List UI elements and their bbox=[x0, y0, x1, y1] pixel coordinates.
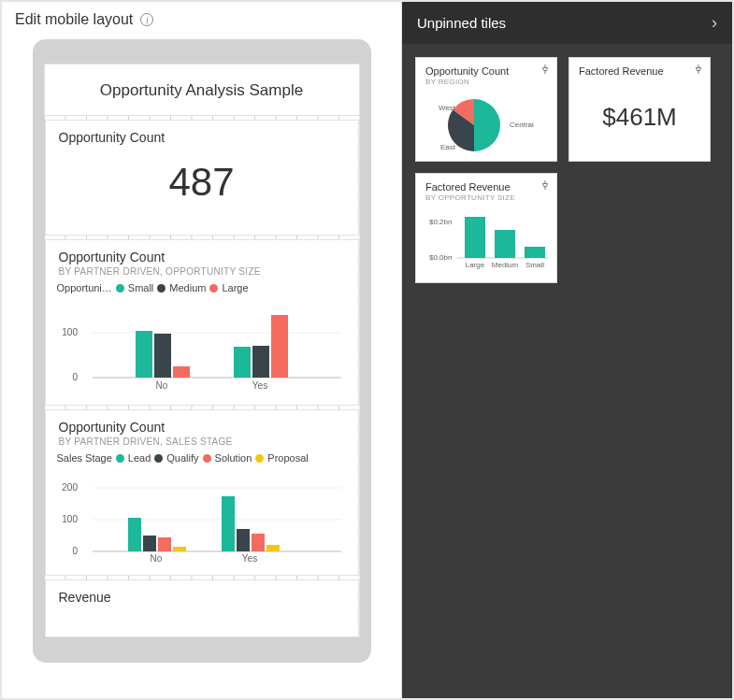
x-tick: No bbox=[150, 553, 162, 564]
pie-chart-svg: West Central East bbox=[425, 86, 549, 157]
svg-rect-4 bbox=[136, 331, 152, 378]
legend-item: Medium bbox=[169, 282, 206, 293]
svg-rect-16 bbox=[128, 518, 141, 551]
phone-screen[interactable]: Opportunity Analysis Sample Opportunity … bbox=[44, 64, 360, 637]
tile-title: Revenue bbox=[59, 590, 345, 605]
unpinned-tile-opportunity-region[interactable]: Opportunity Count BY REGION West Central… bbox=[415, 57, 557, 162]
svg-text:East: East bbox=[440, 143, 456, 151]
dashboard-title-text: Opportunity Analysis Sample bbox=[45, 64, 359, 117]
svg-rect-21 bbox=[237, 529, 250, 551]
legend-item: Solution bbox=[215, 452, 252, 464]
svg-rect-7 bbox=[234, 347, 251, 378]
svg-text:Central: Central bbox=[510, 121, 534, 129]
left-header: Edit mobile layout i bbox=[2, 2, 401, 34]
tile-subtitle: BY PARTNER DRIVEN, OPPORTUNITY SIZE bbox=[59, 266, 345, 277]
legend-item: Proposal bbox=[267, 452, 308, 464]
tile-opportunity-by-partner-size[interactable]: Opportunity Count BY PARTNER DRIVEN, OPP… bbox=[45, 239, 359, 406]
app-root: Edit mobile layout i Opportunity Analysi… bbox=[0, 0, 734, 700]
svg-rect-17 bbox=[143, 536, 156, 551]
tile-subtitle: BY PARTNER DRIVEN, SALES STAGE bbox=[59, 436, 345, 447]
tile-header: Opportunity Count bbox=[46, 121, 358, 147]
chart-svg: 0 100 200 No bbox=[51, 465, 351, 568]
tile-opportunity-by-partner-stage[interactable]: Opportunity Count BY PARTNER DRIVEN, SAL… bbox=[45, 409, 359, 576]
chart-svg: 0 100 No Yes bbox=[51, 295, 351, 398]
tile-subtitle: BY REGION bbox=[425, 78, 547, 86]
tile-title: Factored Revenue bbox=[425, 181, 547, 193]
svg-rect-5 bbox=[154, 334, 171, 378]
legend-item: Small bbox=[128, 282, 154, 293]
svg-rect-32 bbox=[525, 247, 545, 258]
swatch-icon bbox=[157, 284, 166, 293]
svg-text:200: 200 bbox=[62, 482, 78, 493]
x-tick: Yes bbox=[252, 380, 266, 391]
swatch-icon bbox=[203, 454, 211, 463]
svg-rect-6 bbox=[173, 366, 190, 378]
svg-rect-31 bbox=[495, 230, 515, 258]
tile-title: Opportunity Count bbox=[425, 65, 547, 77]
tile-title: Opportunity Count bbox=[59, 420, 345, 435]
opportunity-count-value: 487 bbox=[46, 147, 358, 225]
svg-text:100: 100 bbox=[62, 514, 78, 524]
mobile-layout-panel: Edit mobile layout i Opportunity Analysi… bbox=[2, 2, 402, 698]
unpinned-title: Unpinned tiles bbox=[417, 15, 506, 31]
factored-revenue-value: $461M bbox=[579, 77, 700, 154]
svg-text:Large: Large bbox=[466, 261, 485, 269]
svg-rect-30 bbox=[465, 217, 485, 258]
phone-frame: Opportunity Analysis Sample Opportunity … bbox=[33, 39, 371, 663]
svg-text:100: 100 bbox=[62, 327, 78, 337]
swatch-icon bbox=[209, 284, 218, 293]
legend-item: Lead bbox=[128, 452, 151, 464]
bar-chart-svg: $0.2bn $0.0bn Large Medium Small bbox=[425, 202, 553, 275]
swatch-icon bbox=[116, 284, 124, 293]
legend-label: Sales Stage bbox=[57, 452, 112, 464]
svg-rect-19 bbox=[173, 547, 186, 551]
tile-revenue[interactable]: Revenue bbox=[45, 579, 359, 637]
unpinned-panel: Unpinned tiles › Opportunity Count BY RE… bbox=[402, 2, 732, 698]
svg-text:West: West bbox=[439, 104, 456, 112]
svg-rect-18 bbox=[158, 537, 171, 551]
phone-frame-wrap: Opportunity Analysis Sample Opportunity … bbox=[2, 34, 401, 698]
swatch-icon bbox=[116, 454, 124, 463]
tile-title: Factored Revenue bbox=[579, 65, 700, 77]
chart-legend: Sales Stage Lead Qualify Solution Propos… bbox=[46, 449, 358, 465]
svg-text:0: 0 bbox=[72, 372, 78, 382]
tile-header: Revenue bbox=[46, 580, 358, 607]
tile-title: Opportunity Count bbox=[59, 250, 345, 264]
pin-icon[interactable] bbox=[693, 64, 704, 78]
unpinned-tile-factored-revenue[interactable]: Factored Revenue $461M bbox=[568, 57, 711, 162]
unpinned-header[interactable]: Unpinned tiles › bbox=[402, 2, 732, 44]
chart-legend: Opportuni… Small Medium Large bbox=[46, 279, 358, 295]
tile-opportunity-count[interactable]: Opportunity Count 487 bbox=[45, 120, 359, 236]
svg-rect-22 bbox=[252, 534, 265, 551]
x-tick: No bbox=[155, 380, 167, 391]
tile-subtitle: BY OPPORTUNITY SIZE bbox=[425, 193, 547, 202]
legend-item: Qualify bbox=[166, 452, 198, 464]
pin-icon[interactable] bbox=[540, 179, 551, 193]
svg-text:$0.2bn: $0.2bn bbox=[429, 218, 452, 226]
tile-header: Opportunity Count BY PARTNER DRIVEN, OPP… bbox=[46, 240, 358, 279]
tile-dashboard-title[interactable]: Opportunity Analysis Sample bbox=[44, 64, 360, 116]
legend-label: Opportuni… bbox=[57, 282, 112, 293]
unpinned-tiles-grid: Opportunity Count BY REGION West Central… bbox=[402, 44, 732, 296]
info-icon[interactable]: i bbox=[140, 13, 153, 26]
chevron-right-icon: › bbox=[712, 13, 717, 33]
svg-rect-9 bbox=[271, 315, 288, 378]
svg-text:$0.0bn: $0.0bn bbox=[429, 253, 452, 262]
legend-item: Large bbox=[222, 282, 248, 293]
svg-text:Small: Small bbox=[525, 261, 544, 269]
svg-text:0: 0 bbox=[72, 546, 78, 556]
unpinned-tile-factored-by-size[interactable]: Factored Revenue BY OPPORTUNITY SIZE $0.… bbox=[415, 173, 557, 283]
swatch-icon bbox=[154, 454, 163, 463]
tile-title: Opportunity Count bbox=[59, 130, 345, 145]
x-tick: Yes bbox=[241, 553, 256, 564]
page-title: Edit mobile layout bbox=[15, 11, 133, 28]
swatch-icon bbox=[255, 454, 264, 463]
svg-rect-8 bbox=[252, 346, 269, 378]
tile-header: Opportunity Count BY PARTNER DRIVEN, SAL… bbox=[46, 410, 358, 449]
pin-icon[interactable] bbox=[540, 64, 551, 78]
svg-text:Medium: Medium bbox=[492, 261, 519, 269]
svg-rect-20 bbox=[222, 496, 235, 551]
svg-rect-23 bbox=[266, 545, 280, 551]
